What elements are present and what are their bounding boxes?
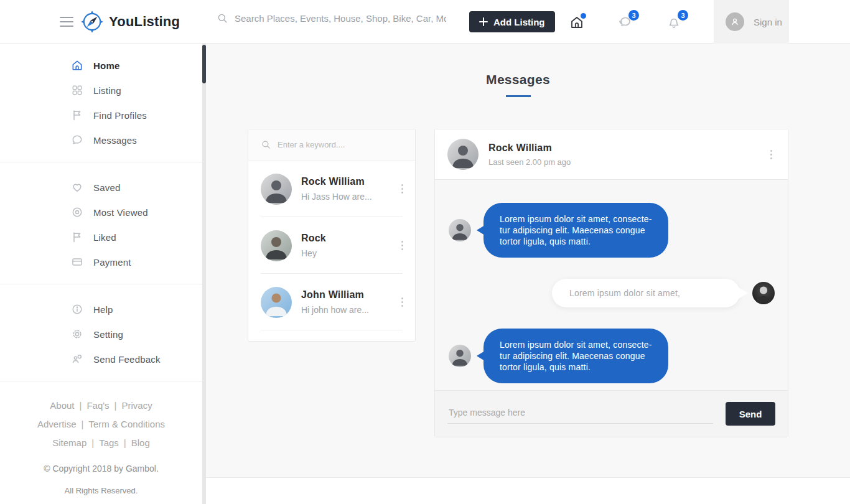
sidebar-item-label: Send Feedback bbox=[93, 354, 161, 365]
conversation-preview: Hi Jass How are... bbox=[301, 192, 398, 202]
chat-panel: Rock William Last seen 2.00 pm ago Lorem… bbox=[434, 129, 788, 437]
heart-icon bbox=[71, 181, 83, 194]
footer-link-faqs[interactable]: Faq's bbox=[86, 400, 109, 411]
page-title: Messages bbox=[248, 72, 788, 87]
sidebar-item-payment[interactable]: Payment bbox=[0, 250, 202, 274]
chat-composer: Send bbox=[435, 390, 788, 437]
avatar bbox=[261, 174, 292, 205]
chat-header: Rock William Last seen 2.00 pm ago bbox=[435, 129, 788, 180]
sidebar-item-label: Home bbox=[93, 60, 119, 71]
footer-link-about[interactable]: About bbox=[50, 400, 74, 411]
chat-last-seen: Last seen 2.00 pm ago bbox=[488, 157, 767, 167]
sidebar-item-listing[interactable]: Listing bbox=[0, 78, 202, 103]
flag-icon bbox=[71, 231, 83, 243]
brand-name: YouListing bbox=[109, 14, 180, 30]
menu-icon[interactable] bbox=[60, 17, 73, 27]
main-content: Messages Rock William Hi bbox=[206, 44, 850, 478]
conversation-list-panel: Rock William Hi Jass How are... Rock Hey bbox=[248, 129, 416, 342]
footer-links-row: Sitemap|Tags|Blog bbox=[6, 434, 196, 452]
chat-nav-icon[interactable]: 3 bbox=[617, 15, 632, 30]
sidebar-group-main: Home Listing Find Profiles Messages bbox=[0, 44, 202, 162]
keyword-search-input[interactable] bbox=[278, 140, 406, 149]
footer-link-sitemap[interactable]: Sitemap bbox=[52, 437, 86, 448]
kebab-icon[interactable] bbox=[398, 297, 406, 308]
sidebar-group-activity: Saved Most Viewed Liked Payment bbox=[0, 162, 202, 284]
sidebar-item-setting[interactable]: Setting bbox=[0, 322, 202, 347]
home-icon bbox=[71, 59, 83, 72]
kebab-icon[interactable] bbox=[398, 184, 406, 195]
card-icon bbox=[71, 256, 83, 268]
conversation-item-rock[interactable]: Rock Hey bbox=[248, 217, 415, 274]
footer-link-tags[interactable]: Tags bbox=[99, 437, 119, 448]
search-input[interactable] bbox=[235, 13, 446, 24]
footer-links-row: About|Faq's|Privacy bbox=[6, 396, 196, 415]
conversation-preview: Hi john how are... bbox=[301, 305, 398, 315]
info-icon bbox=[71, 303, 83, 315]
avatar bbox=[261, 287, 292, 318]
copyright-text: © Copyright 2018 by Gambol. bbox=[6, 462, 196, 475]
sidebar-item-find-profiles[interactable]: Find Profiles bbox=[0, 103, 202, 128]
sidebar-item-label: Payment bbox=[93, 257, 131, 268]
avatar bbox=[449, 219, 471, 241]
avatar bbox=[752, 282, 775, 304]
grid-icon bbox=[71, 84, 83, 96]
search-icon bbox=[217, 12, 228, 24]
sidebar-item-label: Listing bbox=[93, 85, 121, 96]
incoming-message-bubble: Lorem ipsum dolor sit amet, consecte- tu… bbox=[483, 329, 668, 383]
bell-badge: 3 bbox=[678, 10, 688, 21]
sign-in-button[interactable]: Sign in bbox=[714, 0, 789, 44]
message-row-incoming: Lorem ipsum dolor sit amet, consecte- tu… bbox=[435, 329, 788, 383]
sidebar-item-home[interactable]: Home bbox=[0, 53, 202, 78]
avatar bbox=[261, 230, 292, 261]
flag-icon bbox=[71, 109, 83, 121]
scrollbar-thumb[interactable] bbox=[202, 45, 206, 83]
gear-icon bbox=[71, 328, 83, 340]
compass-logo-icon bbox=[80, 9, 105, 34]
outgoing-message-bubble: Lorem ipsum dolor sit amet, bbox=[552, 279, 740, 307]
message-row-outgoing: Lorem ipsum dolor sit amet, bbox=[435, 279, 788, 307]
sidebar-item-send-feedback[interactable]: Send Feedback bbox=[0, 347, 202, 371]
sidebar-item-label: Liked bbox=[93, 232, 116, 243]
title-underline bbox=[506, 95, 531, 97]
brand-logo[interactable]: YouListing bbox=[80, 9, 180, 34]
sidebar-group-support: Help Setting Send Feedback bbox=[0, 284, 202, 381]
sidebar-item-label: Messages bbox=[93, 135, 137, 146]
add-listing-button[interactable]: Add Listing bbox=[469, 11, 555, 32]
message-icon bbox=[71, 134, 83, 146]
footer-link-privacy[interactable]: Privacy bbox=[122, 400, 152, 411]
kebab-icon[interactable] bbox=[767, 149, 775, 160]
sidebar-item-help[interactable]: Help bbox=[0, 297, 202, 322]
rights-text: All Rights Reserved. bbox=[6, 485, 196, 497]
sidebar-item-saved[interactable]: Saved bbox=[0, 175, 202, 200]
avatar bbox=[449, 345, 471, 367]
plus-icon bbox=[479, 17, 488, 26]
sidebar-item-label: Setting bbox=[93, 329, 123, 340]
footer-link-advertise[interactable]: Advertise bbox=[37, 419, 77, 429]
message-row-incoming: Lorem ipsum dolor sit amet, consecte- tu… bbox=[435, 203, 788, 258]
user-icon bbox=[726, 12, 744, 31]
kebab-icon[interactable] bbox=[398, 240, 406, 251]
sidebar-scrollbar[interactable] bbox=[202, 44, 206, 504]
conversation-preview: Hey bbox=[301, 248, 398, 258]
footer-link-blog[interactable]: Blog bbox=[131, 437, 150, 448]
send-button[interactable]: Send bbox=[726, 402, 775, 426]
conversation-item-rock-william[interactable]: Rock William Hi Jass How are... bbox=[248, 161, 415, 217]
global-search bbox=[217, 12, 453, 24]
sidebar-item-liked[interactable]: Liked bbox=[0, 225, 202, 250]
avatar bbox=[447, 139, 479, 170]
eye-icon bbox=[71, 206, 83, 218]
footer-link-terms[interactable]: Term & Conditions bbox=[88, 419, 165, 429]
message-input[interactable] bbox=[447, 404, 713, 424]
sidebar-item-label: Find Profiles bbox=[93, 110, 147, 121]
sidebar-item-messages[interactable]: Messages bbox=[0, 128, 202, 152]
sidebar: Home Listing Find Profiles Messages S bbox=[0, 44, 202, 504]
top-navbar: YouListing Add Listing 3 3 bbox=[0, 0, 850, 44]
home-nav-icon[interactable] bbox=[569, 15, 584, 30]
sidebar-item-label: Help bbox=[93, 304, 113, 315]
notifications-icon[interactable]: 3 bbox=[666, 15, 681, 30]
page-footer-strip bbox=[206, 478, 850, 504]
conversation-name: Rock William bbox=[301, 176, 398, 187]
sidebar-item-most-viewed[interactable]: Most Viewed bbox=[0, 200, 202, 225]
sidebar-item-label: Most Viewed bbox=[93, 207, 148, 218]
conversation-item-john-william[interactable]: John William Hi john how are... bbox=[248, 274, 415, 330]
